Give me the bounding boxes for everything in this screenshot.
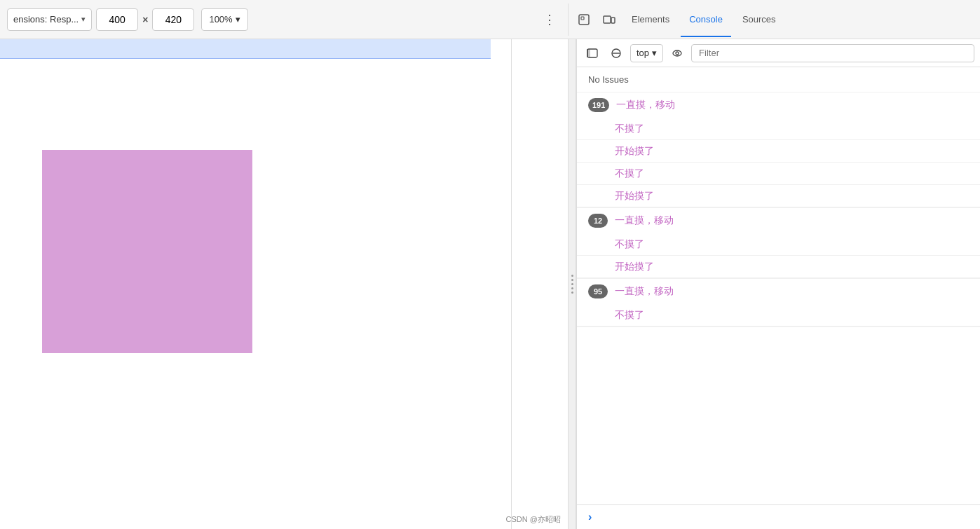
svg-rect-2: [604, 16, 611, 23]
left-toolbar: ensions: Resp... ▾ × 100% ▾ ⋮: [0, 8, 568, 31]
height-input[interactable]: [152, 8, 194, 31]
svg-rect-3: [611, 18, 615, 23]
main-area: CSDN @亦昭昭: [0, 39, 980, 529]
console-child-1-4[interactable]: 开始摸了: [577, 185, 980, 207]
console-child-text-3-1: 不摸了: [615, 309, 644, 322]
top-toolbar: ensions: Resp... ▾ × 100% ▾ ⋮: [0, 0, 980, 39]
console-child-text-1-1: 不摸了: [615, 123, 644, 135]
console-child-text-2-2: 开始摸了: [615, 261, 654, 273]
chevron-down-icon: ▾: [81, 15, 86, 24]
tab-elements-label: Elements: [632, 14, 669, 25]
cursor-inspect-icon: [578, 13, 590, 26]
console-main-text-1: 一直摸，移动: [616, 99, 675, 111]
count-badge-3: 95: [588, 284, 608, 298]
console-toolbar: top ▾: [577, 39, 980, 67]
console-child-1-2[interactable]: 开始摸了: [577, 140, 980, 163]
svg-rect-1: [581, 17, 584, 20]
more-options-icon: ⋮: [543, 12, 556, 27]
resize-handle[interactable]: [568, 39, 576, 529]
resize-dots: [571, 275, 573, 294]
no-entry-icon: [611, 48, 622, 59]
tab-console[interactable]: Console: [681, 4, 731, 37]
tab-console-label: Console: [689, 14, 723, 25]
count-badge-1: 191: [588, 98, 609, 112]
tab-elements[interactable]: Elements: [623, 4, 678, 37]
sidebar-toggle-button[interactable]: [583, 43, 602, 63]
dimension-selector[interactable]: ensions: Resp... ▾: [7, 8, 92, 31]
svg-point-9: [673, 50, 681, 56]
watermark: CSDN @亦昭昭: [506, 514, 561, 525]
dimension-x-icon: ×: [142, 14, 148, 25]
console-main-text-2: 一直摸，移动: [615, 214, 674, 227]
devtools-panel: top ▾ No Issues: [576, 39, 980, 529]
device-emulation-button[interactable]: [598, 8, 620, 31]
console-child-text-2-1: 不摸了: [615, 238, 644, 251]
tab-sources[interactable]: Sources: [734, 4, 784, 37]
more-options-button[interactable]: ⋮: [538, 8, 561, 31]
zoom-chevron-icon: ▾: [236, 14, 240, 25]
context-selector[interactable]: top ▾: [630, 44, 663, 62]
clear-console-button[interactable]: [606, 43, 626, 63]
sidebar-toggle-icon: [587, 48, 598, 59]
zoom-value: 100%: [209, 14, 232, 25]
console-main-text-3: 一直摸，移动: [615, 285, 674, 298]
console-child-1-3[interactable]: 不摸了: [577, 163, 980, 185]
right-toolbar: Elements Console Sources: [568, 4, 980, 36]
device-icon: [603, 13, 615, 26]
inspect-icon-button[interactable]: [573, 8, 595, 31]
console-grouped-row-3[interactable]: 95 一直摸，移动: [577, 279, 980, 304]
eye-icon: [672, 48, 683, 59]
context-label: top: [637, 48, 649, 58]
console-entry-2: 12 一直摸，移动 不摸了 开始摸了: [577, 208, 980, 279]
console-child-text-1-3: 不摸了: [615, 167, 644, 180]
console-child-2-1[interactable]: 不摸了: [577, 233, 980, 256]
responsive-bar: [0, 39, 491, 59]
width-input[interactable]: [96, 8, 138, 31]
count-badge-2: 12: [588, 214, 608, 228]
live-expressions-button[interactable]: [667, 43, 687, 63]
context-chevron-icon: ▾: [652, 48, 657, 58]
svg-point-10: [676, 52, 679, 55]
console-messages: No Issues 191 一直摸，移动 不摸了 开始摸了 不摸了: [577, 67, 980, 504]
console-prompt: ›: [577, 504, 980, 529]
preview-right-edge: [511, 39, 512, 529]
zoom-selector[interactable]: 100% ▾: [201, 8, 247, 31]
pink-box: [42, 150, 252, 353]
console-entry-1: 191 一直摸，移动 不摸了 开始摸了 不摸了 开始摸了: [577, 92, 980, 208]
console-child-1-1[interactable]: 不摸了: [577, 118, 980, 140]
dimension-label: ensions: Resp...: [13, 14, 79, 25]
filter-input[interactable]: [691, 44, 974, 62]
console-child-text-1-4: 开始摸了: [615, 190, 654, 202]
console-child-2-2[interactable]: 开始摸了: [577, 256, 980, 278]
no-issues-message: No Issues: [577, 67, 980, 92]
tab-sources-label: Sources: [742, 14, 776, 25]
console-grouped-row-2[interactable]: 12 一直摸，移动: [577, 208, 980, 233]
console-child-text-1-2: 开始摸了: [615, 145, 654, 158]
prompt-arrow-icon[interactable]: ›: [588, 511, 592, 523]
preview-pane: CSDN @亦昭昭: [0, 39, 568, 529]
console-grouped-row-1[interactable]: 191 一直摸，移动: [577, 92, 980, 118]
console-entry-3: 95 一直摸，移动 不摸了: [577, 279, 980, 327]
app-container: ensions: Resp... ▾ × 100% ▾ ⋮: [0, 0, 980, 529]
console-child-3-1[interactable]: 不摸了: [577, 304, 980, 327]
